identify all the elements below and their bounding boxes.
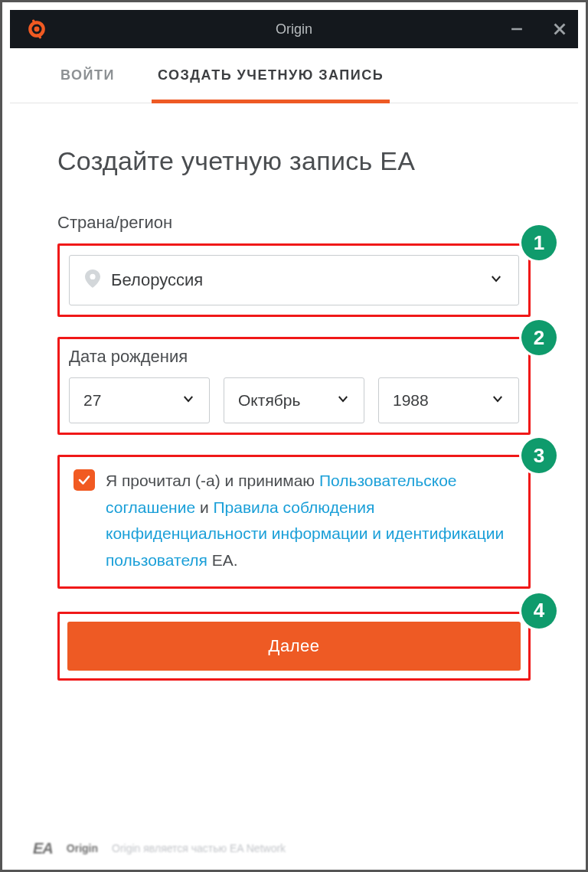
next-button[interactable]: Далее: [67, 622, 521, 671]
terms-text-1: Я прочитал (-а) и принимаю: [106, 472, 319, 489]
tab-register[interactable]: СОЗДАТЬ УЧЕТНУЮ ЗАПИСЬ: [155, 48, 387, 103]
annotation-badge-3: 3: [521, 438, 557, 473]
location-pin-icon: [85, 269, 100, 291]
annotation-box-4: Далее: [57, 612, 531, 681]
auth-tabs: ВОЙТИ СОЗДАТЬ УЧЕТНУЮ ЗАПИСЬ: [10, 48, 578, 103]
terms-text-2: и: [195, 498, 213, 516]
annotation-badge-2: 2: [521, 320, 557, 355]
dob-year-select[interactable]: 1988: [378, 377, 519, 423]
terms-text: Я прочитал (-а) и принимаю Пользовательс…: [106, 468, 514, 574]
outer-frame: Origin ВОЙТИ СОЗДАТЬ УЧЕТНУЮ ЗАПИСЬ Созд…: [0, 0, 588, 872]
country-value: Белоруссия: [111, 270, 489, 290]
titlebar: Origin: [10, 10, 578, 48]
terms-row: Я прочитал (-а) и принимаю Пользовательс…: [69, 466, 519, 577]
annotation-badge-1: 1: [521, 225, 557, 260]
dob-month-select[interactable]: Октябрь: [224, 377, 364, 423]
minimize-button[interactable]: [509, 21, 524, 37]
dob-year-value: 1988: [393, 391, 491, 410]
annotation-box-1: Белоруссия: [57, 243, 531, 317]
chevron-down-icon: [336, 392, 350, 409]
app-window: Origin ВОЙТИ СОЗДАТЬ УЧЕТНУЮ ЗАПИСЬ Созд…: [10, 10, 578, 862]
country-label: Страна/регион: [57, 213, 531, 233]
dob-month-value: Октябрь: [238, 391, 336, 410]
annotation-box-2: Дата рождения 27 Октябрь 1988: [57, 337, 531, 435]
window-title: Origin: [10, 21, 578, 38]
tab-login[interactable]: ВОЙТИ: [57, 48, 118, 103]
svg-point-1: [34, 27, 40, 32]
close-button[interactable]: [552, 21, 567, 37]
terms-checkbox[interactable]: [74, 469, 95, 491]
chevron-down-icon: [491, 392, 505, 409]
content-area: Создайте учетную запись EA Страна/регион…: [10, 103, 578, 681]
page-title: Создайте учетную запись EA: [57, 146, 531, 176]
footer-text: Origin является частью EA Network: [112, 842, 286, 854]
dob-day-value: 27: [83, 391, 181, 410]
dob-row: 27 Октябрь 1988: [69, 377, 519, 423]
origin-logo-icon: [27, 19, 47, 39]
check-icon: [77, 473, 91, 487]
chevron-down-icon: [181, 392, 195, 409]
origin-logo-text: Origin: [67, 842, 98, 854]
ea-logo-text: EA: [33, 840, 53, 857]
chevron-down-icon: [489, 272, 503, 289]
terms-text-3: EA.: [207, 551, 238, 569]
dob-day-select[interactable]: 27: [69, 377, 210, 423]
annotation-box-3: Я прочитал (-а) и принимаю Пользовательс…: [57, 455, 531, 589]
footer: EA Origin Origin является частью EA Netw…: [10, 834, 578, 862]
window-controls: [509, 10, 567, 48]
annotation-badge-4: 4: [521, 593, 557, 629]
country-select[interactable]: Белоруссия: [69, 255, 519, 305]
dob-label: Дата рождения: [69, 347, 519, 367]
